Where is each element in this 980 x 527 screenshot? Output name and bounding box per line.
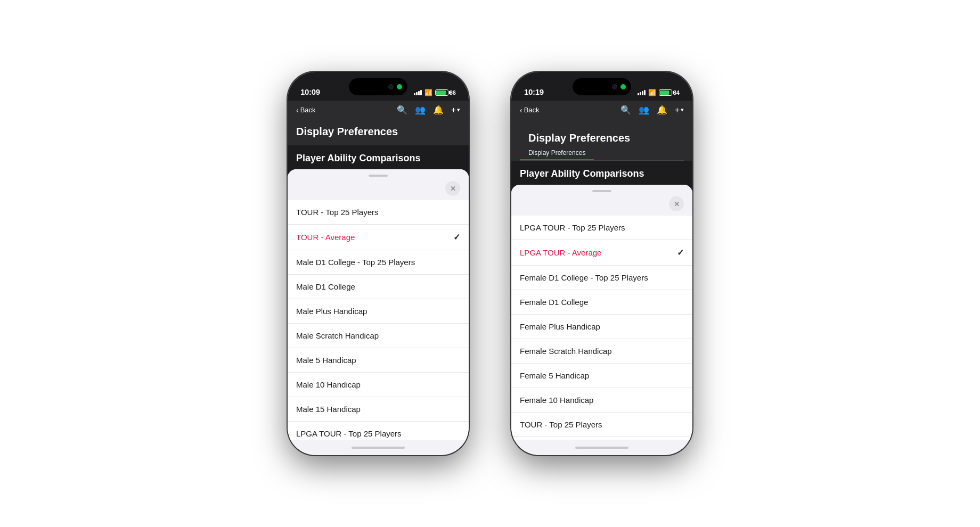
list-item-label: Female 10 Handicap (520, 396, 593, 405)
battery-icon-r (659, 89, 672, 96)
signal-icon (414, 90, 422, 95)
checkmark-icon: ✓ (453, 232, 460, 242)
plus-icon-r: + (675, 105, 680, 115)
list-item-label: Male Plus Handicap (296, 307, 367, 316)
page-title-section-right: Display Preferences Display Preferences (511, 119, 692, 161)
list-item[interactable]: Female 5 Handicap (511, 364, 692, 388)
status-icons-left: 📶 86 (414, 89, 456, 96)
list-item[interactable]: Male D1 College - Top 25 Players (288, 250, 469, 275)
list-item[interactable]: TOUR - Average✓ (288, 225, 469, 250)
list-item[interactable]: LPGA TOUR - Top 25 Players (288, 422, 469, 440)
search-icon[interactable]: 🔍 (397, 105, 407, 115)
bottom-sheet-left: ✕ TOUR - Top 25 PlayersTOUR - Average✓Ma… (288, 169, 469, 440)
list-item[interactable]: LPGA TOUR - Top 25 Players (511, 216, 692, 240)
wifi-icon: 📶 (424, 89, 432, 96)
checkmark-icon: ✓ (677, 248, 684, 258)
back-button-right[interactable]: ‹ Back (520, 106, 540, 114)
page-title-right: Display Preferences (528, 132, 630, 144)
tab-label: Display Preferences (528, 149, 585, 157)
list-item-label: Female 5 Handicap (520, 371, 589, 380)
camera-green-dot-r (620, 84, 626, 89)
phone-right: 10:19 📶 84 ‹ (511, 72, 692, 455)
list-item[interactable]: Female D1 College (511, 290, 692, 315)
list-item-label: Male D1 College (296, 282, 355, 291)
plus-button-r[interactable]: + ▾ (675, 105, 684, 115)
list-item-label: Female Plus Handicap (520, 322, 600, 331)
status-icons-right: 📶 84 (638, 89, 680, 96)
plus-button[interactable]: + ▾ (451, 105, 460, 115)
bell-icon[interactable]: 🔔 (433, 105, 444, 115)
close-button-left[interactable]: ✕ (445, 181, 460, 196)
sheet-handle-left (369, 175, 388, 177)
battery-container-r: 84 (659, 89, 680, 96)
back-button-left[interactable]: ‹ Back (296, 106, 316, 114)
list-item[interactable]: Male 10 Handicap (288, 373, 469, 397)
close-button-right[interactable]: ✕ (669, 196, 684, 211)
sheet-list-left[interactable]: TOUR - Top 25 PlayersTOUR - Average✓Male… (288, 200, 469, 440)
back-label-right: Back (524, 106, 540, 114)
signal-icon-r (638, 90, 646, 95)
list-item-label: Male 10 Handicap (296, 380, 361, 389)
back-label-left: Back (300, 106, 316, 114)
home-bar-right (575, 447, 628, 449)
list-item[interactable]: Female Scratch Handicap (511, 339, 692, 364)
chevron-left-icon-r: ‹ (520, 106, 522, 114)
list-item-label: Male 15 Handicap (296, 405, 361, 414)
page-title-left: Display Preferences (296, 126, 398, 137)
list-item-label: LPGA TOUR - Top 25 Players (296, 429, 402, 438)
home-bar-left (352, 447, 405, 449)
bell-icon-r[interactable]: 🔔 (657, 105, 667, 115)
people-icon[interactable]: 👥 (415, 105, 426, 115)
camera-dot-r (612, 84, 617, 89)
search-icon-r[interactable]: 🔍 (620, 105, 631, 115)
sheet-list-right[interactable]: LPGA TOUR - Top 25 PlayersLPGA TOUR - Av… (511, 216, 692, 440)
nav-icons-left: 🔍 👥 🔔 + ▾ (397, 105, 460, 115)
list-item[interactable]: Male 15 Handicap (288, 397, 469, 422)
list-item[interactable]: TOUR - Top 25 Players (288, 200, 469, 225)
list-item[interactable]: Male Plus Handicap (288, 299, 469, 324)
nav-bar-left: ‹ Back 🔍 👥 🔔 + ▾ (288, 101, 469, 119)
camera-dot (388, 84, 394, 89)
list-item[interactable]: Male D1 College (288, 275, 469, 299)
camera-green-dot (397, 84, 402, 89)
chevron-down-icon-r: ▾ (681, 106, 684, 113)
home-indicator-left (288, 440, 469, 455)
chevron-down-icon: ▾ (457, 106, 460, 113)
section-header-left: Player Ability Comparisons (288, 145, 469, 169)
list-item[interactable]: Male Scratch Handicap (288, 324, 469, 348)
bottom-sheet-right: ✕ LPGA TOUR - Top 25 PlayersLPGA TOUR - … (511, 185, 692, 440)
sheet-handle-area-right (511, 185, 692, 196)
nav-bar-right: ‹ Back 🔍 👥 🔔 + ▾ (511, 101, 692, 119)
tab-underline (520, 159, 594, 160)
list-item-label: Female D1 College (520, 298, 588, 307)
plus-icon: + (451, 105, 456, 115)
list-item[interactable]: Female D1 College - Top 25 Players (511, 266, 692, 290)
screen-right: 10:19 📶 84 ‹ (511, 72, 692, 455)
list-item[interactable]: TOUR - Top 25 Players (511, 413, 692, 437)
page-content-right: Display Preferences Display Preferences … (511, 119, 692, 440)
list-item-label: Male Scratch Handicap (296, 331, 379, 340)
battery-icon (435, 89, 448, 96)
page-title-section-left: Display Preferences (288, 119, 469, 145)
section-header-right: Player Ability Comparisons (511, 161, 692, 185)
list-item-label: TOUR - Top 25 Players (296, 208, 379, 217)
list-item-label: TOUR - Average (296, 233, 355, 242)
people-icon-r[interactable]: 👥 (639, 105, 649, 115)
screen-left: 10:09 📶 86 ‹ (288, 72, 469, 455)
sheet-handle-area-left (288, 169, 469, 181)
list-item[interactable]: LPGA TOUR - Average✓ (511, 240, 692, 266)
list-item[interactable]: Female 10 Handicap (511, 388, 692, 413)
home-indicator-right (511, 440, 692, 455)
tab-row: Display Preferences (520, 144, 684, 161)
section-title-left: Player Ability Comparisons (296, 153, 420, 163)
page-content-left: Display Preferences Player Ability Compa… (288, 119, 469, 440)
chevron-left-icon: ‹ (296, 106, 299, 114)
sheet-handle-right (592, 190, 611, 192)
sheet-header-right: ✕ (511, 196, 692, 216)
list-item-label: LPGA TOUR - Top 25 Players (520, 223, 625, 232)
dynamic-island (349, 78, 407, 95)
list-item[interactable]: Male 5 Handicap (288, 348, 469, 373)
tab-display-preferences[interactable]: Display Preferences (520, 144, 594, 160)
list-item[interactable]: Female Plus Handicap (511, 315, 692, 339)
wifi-icon-r: 📶 (648, 89, 656, 96)
